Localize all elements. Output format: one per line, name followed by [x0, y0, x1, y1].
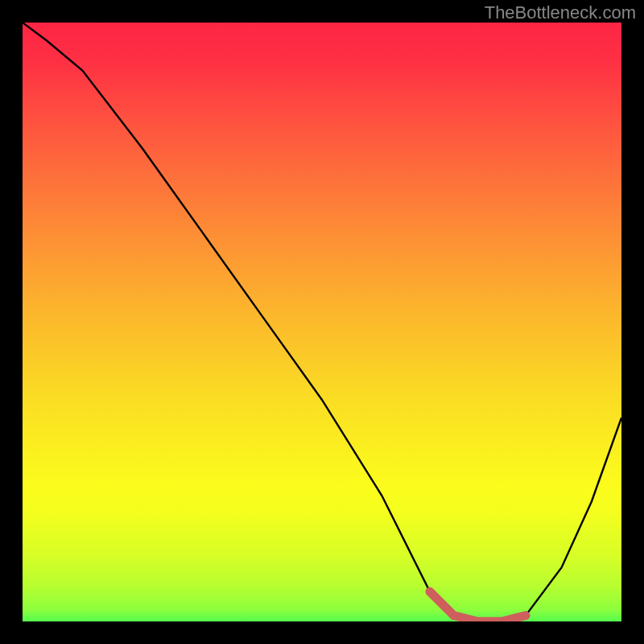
bottleneck-line-chart [23, 23, 621, 621]
optimal-region-line [430, 592, 526, 621]
chart-plot-area [23, 23, 621, 621]
watermark-text: TheBottleneck.com [485, 2, 636, 23]
bottleneck-curve-line [23, 23, 621, 621]
